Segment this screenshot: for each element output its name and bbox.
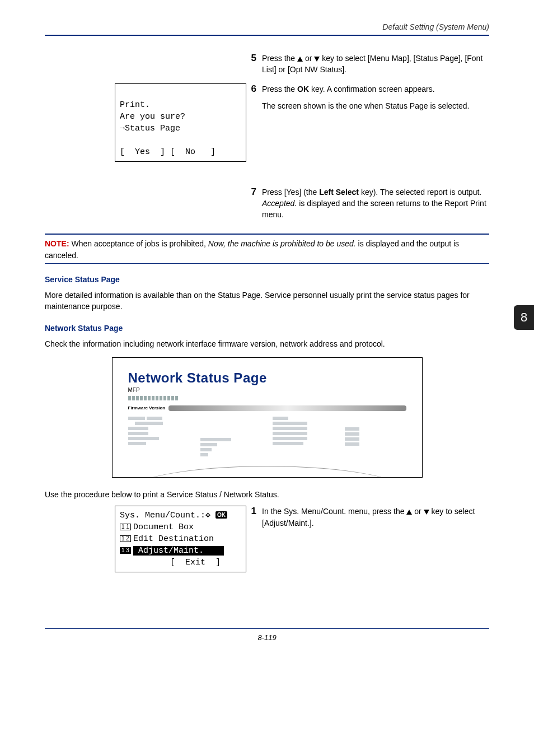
- network-status-body: Check the information including network …: [45, 338, 489, 349]
- divider: [45, 263, 489, 264]
- step-7-number: 7: [246, 186, 262, 221]
- procedure-intro: Use the procedure below to print a Servi…: [45, 489, 489, 500]
- list-index-icon: 1 3: [120, 547, 131, 554]
- lcd-exit-option: [ Exit ]: [170, 558, 221, 567]
- step-7-text: Press [Yes] (the Left Select key). The s…: [262, 186, 489, 221]
- step-7-row: 7 Press [Yes] (the Left Select key). The…: [45, 186, 489, 221]
- note-label: NOTE:: [45, 239, 69, 248]
- step-6-number: 6: [246, 83, 262, 162]
- service-status-body: More detailed information is available t…: [45, 290, 489, 312]
- nav-icon: ✥: [205, 511, 210, 520]
- chapter-tab: 8: [514, 305, 534, 330]
- lcd-no-option: [ No ]: [170, 147, 216, 157]
- note-block: NOTE: When acceptance of jobs is prohibi…: [45, 238, 489, 261]
- gradient-bar: [168, 405, 406, 411]
- divider: [45, 234, 489, 235]
- network-status-heading: Network Status Page: [45, 324, 489, 333]
- page-curl: [124, 466, 411, 478]
- page-header: Default Setting (System Menu): [45, 22, 489, 36]
- step-5-row: 5 Press the or key to select [Menu Map],…: [45, 53, 489, 76]
- step-1-text: In the Sys. Menu/Count. menu, press the …: [262, 506, 489, 572]
- triangle-up-icon: [297, 57, 303, 62]
- step-6-text: Press the OK key. A confirmation screen …: [262, 83, 489, 162]
- lcd-sys-menu: Sys. Menu/Count.:✥ OK 1 1Document Box 1 …: [115, 506, 246, 572]
- step-5-text: Press the or key to select [Menu Map], […: [262, 53, 489, 76]
- triangle-down-icon: [424, 510, 429, 515]
- triangle-down-icon: [314, 57, 320, 62]
- lcd-confirm-print: Print. Are you sure? →Status Page [ Yes …: [115, 83, 246, 162]
- network-status-page-illustration: Network Status Page MFP Firmware Version: [112, 357, 423, 478]
- triangle-up-icon: [406, 510, 412, 515]
- placeholder-bars: [128, 393, 406, 402]
- list-index-icon: 1 2: [120, 535, 131, 542]
- placeholder-grid: [128, 417, 406, 458]
- ok-icon: OK: [216, 511, 227, 519]
- step-6-row: Print. Are you sure? →Status Page [ Yes …: [45, 83, 489, 162]
- page-footer: 8-119: [45, 628, 489, 642]
- list-index-icon: 1 1: [120, 524, 131, 530]
- step-1-row: Sys. Menu/Count.:✥ OK 1 1Document Box 1 …: [45, 506, 489, 572]
- step-1-number: 1: [246, 506, 262, 572]
- lcd-yes-option: [ Yes ]: [120, 147, 165, 157]
- service-status-heading: Service Status Page: [45, 275, 489, 284]
- step-5-number: 5: [246, 53, 262, 76]
- page-number: 8-119: [257, 633, 276, 642]
- header-text: Default Setting (System Menu): [382, 22, 489, 31]
